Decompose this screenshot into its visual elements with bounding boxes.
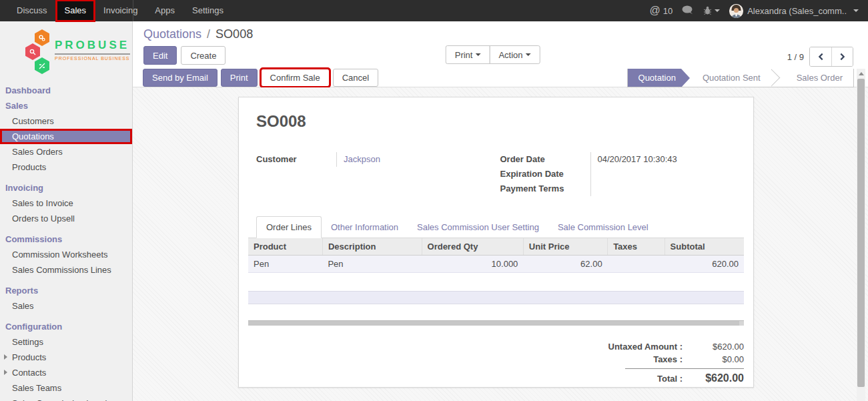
sidebar-item-settings[interactable]: Settings [0,334,132,350]
statusbar-step-quotation-sent[interactable]: Quotation Sent [692,69,771,87]
field-group: Customer Jackpson Order Date 04/20/2017 … [248,152,744,196]
sidebar-section-configuration[interactable]: Configuration [0,319,132,334]
nav-invoicing[interactable]: Invoicing [95,0,146,21]
pager-next-button[interactable] [831,47,853,66]
chevron-down-icon [853,9,859,12]
untaxed-amount-value: $620.00 [683,342,744,352]
notebook-tabs: Order Lines Other Information Sales Comm… [248,216,744,238]
cell-taxes [608,256,665,273]
taxes-label: Taxes : [653,354,683,364]
sidebar: PROBUSE PROFESSIONAL BUSINESS Dashboard … [0,21,133,401]
nav-settings[interactable]: Settings [183,0,232,21]
nav-discuss[interactable]: Discuss [8,0,56,21]
app-window: Discuss Sales Invoicing Apps Settings @ … [0,0,868,401]
cancel-button[interactable]: Cancel [333,69,378,87]
nav-apps[interactable]: Apps [146,0,183,21]
sidebar-section-sales[interactable]: Sales [0,98,132,113]
cell-description: Pen [322,256,422,273]
sidebar-item-config-products[interactable]: Products [0,350,132,365]
cell-subtotal: 620.00 [665,256,744,273]
confirm-sale-button[interactable]: Confirm Sale [261,69,330,87]
tab-sale-commission-level[interactable]: Sale Commission Level [548,217,658,238]
chevron-down-icon [475,53,480,56]
action-dropdown-button[interactable]: Action [489,45,540,64]
top-navbar: Discuss Sales Invoicing Apps Settings @ … [0,0,868,21]
table-header-row: Product Description Ordered Qty Unit Pri… [248,238,744,256]
sidebar-item-orders-to-upsell[interactable]: Orders to Upsell [0,211,132,226]
statusbar-step-quotation[interactable]: Quotation [628,69,681,87]
sidebar-section-reports[interactable]: Reports [0,283,132,298]
create-button[interactable]: Create [181,46,226,65]
breadcrumb: Quotations / SO008 [143,25,868,43]
sidebar-item-commission-worksheets[interactable]: Commission Worksheets [0,247,132,262]
sidebar-section-invoicing[interactable]: Invoicing [0,180,132,195]
empty-list-band [248,291,744,304]
print-dropdown-label: Print [455,50,473,60]
form-view-background: SO008 Customer Jackpson Order Date 04/20… [133,87,868,401]
send-by-email-button[interactable]: Send by Email [143,69,218,87]
sidebar-item-sales-commissions-lines[interactable]: Sales Commissions Lines [0,262,132,278]
vertical-scrollbar[interactable] [857,69,865,401]
col-header-description[interactable]: Description [322,238,422,256]
totals-block: Untaxed Amount : $620.00 Taxes : $0.00 T… [248,340,744,386]
customer-field-value[interactable]: Jackpson [344,154,380,164]
tab-other-information[interactable]: Other Information [322,217,408,238]
order-lines-table: Product Description Ordered Qty Unit Pri… [248,238,744,273]
payment-terms-field-label: Payment Terms [500,181,590,196]
sidebar-item-sales-commission-levels[interactable]: Sales Commission Levels [0,396,132,401]
sidebar-section-commissions[interactable]: Commissions [0,232,132,247]
logo-subtitle: PROFESSIONAL BUSINESS [55,56,130,61]
print-button[interactable]: Print [221,69,258,87]
statusbar: Quotation Quotation Sent Sales Order [627,69,854,87]
main-area: Quotations / SO008 Edit Create Print Act… [133,21,868,401]
pager-previous-button[interactable] [810,47,831,66]
tab-sales-commission-user-setting[interactable]: Sales Commission User Setting [408,217,548,238]
chevron-down-icon [526,53,531,56]
user-menu[interactable]: Alexandra (Sales_comm.. [729,4,859,18]
topbar-divider [133,0,133,21]
edit-button[interactable]: Edit [143,46,177,65]
sidebar-item-quotations[interactable]: Quotations [0,129,132,144]
bug-icon [703,6,712,15]
cell-ordered-qty: 10.000 [422,256,523,273]
sidebar-item-dashboard[interactable]: Dashboard [0,83,132,98]
gear-hex-icon [35,29,49,46]
sidebar-item-customers[interactable]: Customers [0,113,132,129]
record-pager: 1 / 9 [787,47,853,67]
sidebar-item-sales-teams[interactable]: Sales Teams [0,380,132,396]
print-action-group: Print Action [446,45,540,64]
expand-arrow-icon [4,370,7,375]
sidebar-item-sales-to-invoice[interactable]: Sales to Invoice [0,195,132,211]
user-name: Alexandra (Sales_comm.. [747,6,847,16]
document-title: SO008 [248,112,744,131]
statusbar-step-sales-order[interactable]: Sales Order [786,69,853,87]
nav-sales[interactable]: Sales [56,0,95,21]
tab-order-lines[interactable]: Order Lines [256,216,322,238]
debug-bug-menu[interactable] [703,6,720,15]
avatar [729,4,743,18]
action-dropdown-label: Action [498,50,522,60]
sidebar-item-config-contacts[interactable]: Contacts [0,365,132,380]
print-dropdown-button[interactable]: Print [446,45,490,64]
col-header-ordered-qty[interactable]: Ordered Qty [422,238,523,256]
logo-title: PROBUSE [55,39,130,55]
mentions-menu[interactable]: @ 10 [649,5,673,17]
app-menu: Discuss Sales Invoicing Apps Settings [0,0,232,21]
horizontal-scrollbar[interactable] [248,320,744,326]
col-header-unit-price[interactable]: Unit Price [523,238,607,256]
col-header-subtotal[interactable]: Subtotal [665,238,744,256]
sidebar-item-sales-orders[interactable]: Sales Orders [0,144,132,159]
sidebar-item-products[interactable]: Products [0,159,132,175]
sidebar-item-reports-sales[interactable]: Sales [0,298,132,314]
table-row[interactable]: Pen Pen 10.000 62.00 620.00 [248,256,744,273]
breadcrumb-quotations-link[interactable]: Quotations [143,27,201,41]
scroll-up-arrow-icon[interactable] [857,69,865,78]
col-header-product[interactable]: Product [248,238,322,256]
payment-terms-field-value [590,181,745,196]
expiration-date-field-label: Expiration Date [500,167,590,181]
col-header-taxes[interactable]: Taxes [608,238,665,256]
chat-bubble-icon[interactable] [682,5,694,17]
scrollbar-thumb[interactable] [857,79,865,387]
magnifier-hex-icon [25,43,40,60]
chevron-right-icon [839,53,846,61]
